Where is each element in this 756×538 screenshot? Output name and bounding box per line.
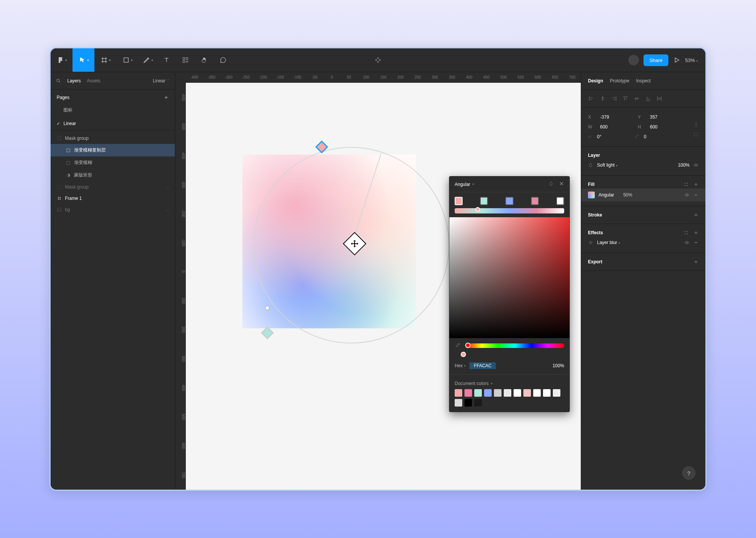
page-item[interactable]: Linear xyxy=(51,117,175,130)
document-color-swatch[interactable] xyxy=(523,389,531,397)
share-button[interactable]: Share xyxy=(643,54,669,66)
align-vcenter-icon[interactable] xyxy=(633,95,640,102)
document-color-swatch[interactable] xyxy=(464,389,472,397)
file-name-dropdown[interactable]: Linear ⌃ xyxy=(153,78,170,83)
present-button[interactable] xyxy=(673,56,680,64)
add-stroke-icon[interactable] xyxy=(693,212,699,218)
style-icon[interactable] xyxy=(683,230,689,235)
resources-tool[interactable] xyxy=(176,48,195,72)
fill-row[interactable]: Angular 50% xyxy=(581,189,705,201)
close-button[interactable] xyxy=(559,181,564,187)
gradient-stop-knob[interactable] xyxy=(475,207,480,212)
eyedropper-icon[interactable] xyxy=(455,343,461,349)
gradient-center-handle[interactable] xyxy=(265,306,270,310)
page-item[interactable]: 图标 xyxy=(51,103,175,117)
gradient-stop-swatch[interactable] xyxy=(531,197,539,205)
gradient-preview-bar[interactable] xyxy=(455,208,564,213)
document-colors-dropdown[interactable]: Document colors▾ xyxy=(455,381,564,389)
document-color-swatch[interactable] xyxy=(455,389,462,397)
effect-settings-icon[interactable] xyxy=(588,240,593,245)
constrain-proportions-icon[interactable] xyxy=(693,122,699,127)
layer-mask-group-2[interactable]: Mask group xyxy=(51,181,175,193)
document-color-swatch[interactable] xyxy=(504,389,511,397)
hidden-icon[interactable] xyxy=(165,184,170,190)
document-color-swatch[interactable] xyxy=(533,389,541,397)
document-color-swatch[interactable] xyxy=(543,389,551,397)
add-export-icon[interactable] xyxy=(693,259,699,264)
opacity-value[interactable]: 100% xyxy=(552,363,564,368)
fill-swatch[interactable] xyxy=(588,192,595,198)
layer-mask-group[interactable]: Mask group xyxy=(51,133,175,144)
visibility-icon[interactable] xyxy=(693,162,699,168)
document-color-swatch[interactable] xyxy=(474,389,482,397)
gradient-stop-swatch[interactable] xyxy=(505,197,513,205)
remove-effect-icon[interactable] xyxy=(693,240,699,245)
document-color-swatch[interactable] xyxy=(553,389,560,397)
blend-mode-icon[interactable] xyxy=(548,181,554,186)
pen-tool[interactable]: ▾ xyxy=(138,48,157,72)
blend-mode-select[interactable]: Soft light ▾ xyxy=(597,162,617,168)
document-title-area[interactable] xyxy=(374,56,382,64)
tab-inspect[interactable]: Inspect xyxy=(636,78,651,83)
document-color-swatch[interactable] xyxy=(514,389,521,397)
hidden-icon[interactable] xyxy=(165,207,170,212)
move-tool[interactable]: ▾ xyxy=(73,48,94,72)
corner-input[interactable] xyxy=(644,134,667,139)
visibility-icon[interactable] xyxy=(684,240,690,245)
color-mode-dropdown[interactable]: Hex▾ xyxy=(455,363,466,368)
align-top-icon[interactable] xyxy=(622,95,629,102)
hue-slider[interactable] xyxy=(465,343,564,348)
document-color-swatch[interactable] xyxy=(494,389,501,397)
document-color-swatch[interactable] xyxy=(474,399,482,407)
distribute-icon[interactable] xyxy=(656,95,663,102)
text-tool[interactable] xyxy=(157,48,176,72)
zoom-dropdown[interactable]: 53% ▾ xyxy=(685,57,698,63)
layer-opacity-value[interactable]: 100% xyxy=(678,162,690,168)
gradient-stop-swatch[interactable] xyxy=(480,197,488,205)
document-color-swatch[interactable] xyxy=(455,399,462,407)
align-bottom-icon[interactable] xyxy=(645,95,651,102)
align-hcenter-icon[interactable] xyxy=(599,95,606,102)
frame-tool[interactable]: ▾ xyxy=(94,48,116,72)
document-color-swatch[interactable] xyxy=(464,399,472,407)
layers-tab[interactable]: Layers xyxy=(67,78,81,83)
document-color-swatch[interactable] xyxy=(484,389,492,397)
gradient-stop-swatch[interactable] xyxy=(556,197,564,205)
shape-tool[interactable]: ▾ xyxy=(116,48,138,72)
saturation-value-picker[interactable] xyxy=(449,217,569,338)
add-page-button[interactable] xyxy=(164,95,169,100)
tab-prototype[interactable]: Prototype xyxy=(610,78,629,83)
add-fill-icon[interactable] xyxy=(693,182,699,187)
comment-tool[interactable] xyxy=(214,48,233,72)
style-icon[interactable] xyxy=(683,182,689,187)
hex-input[interactable] xyxy=(469,362,496,369)
layer-mask-rect[interactable]: 蒙版矩形 xyxy=(51,169,175,181)
user-avatar[interactable] xyxy=(628,55,639,65)
alpha-knob[interactable] xyxy=(461,352,466,357)
w-input[interactable] xyxy=(600,124,623,130)
remove-fill-icon[interactable] xyxy=(693,192,699,198)
independent-corners-icon[interactable] xyxy=(693,132,699,137)
rotation-input[interactable] xyxy=(597,134,620,139)
y-input[interactable] xyxy=(650,114,673,120)
gradient-type-dropdown[interactable]: Angular▾ xyxy=(455,182,474,187)
align-right-icon[interactable] xyxy=(611,95,617,102)
add-effect-icon[interactable] xyxy=(693,230,699,235)
hue-knob[interactable] xyxy=(465,343,471,348)
figma-menu-button[interactable]: ▾ xyxy=(51,48,73,72)
hand-tool[interactable] xyxy=(195,48,214,72)
h-input[interactable] xyxy=(650,124,673,130)
x-input[interactable] xyxy=(600,114,623,120)
gradient-stop-swatch[interactable] xyxy=(455,197,463,205)
layer-frame1[interactable]: Frame 1 xyxy=(51,193,175,204)
assets-tab[interactable]: Assets xyxy=(87,78,100,83)
layer-blur-copy[interactable]: 渐变模糊复制层 xyxy=(51,144,175,156)
align-left-icon[interactable] xyxy=(588,95,595,102)
fill-opacity-value[interactable]: 50% xyxy=(623,192,632,198)
visibility-icon[interactable] xyxy=(684,192,690,198)
layer-bg[interactable]: bg xyxy=(51,204,175,215)
layer-blur[interactable]: 渐变模糊 xyxy=(51,156,175,169)
search-icon[interactable] xyxy=(56,78,61,83)
effect-type-select[interactable]: Layer blur ▾ xyxy=(597,240,620,245)
tab-design[interactable]: Design xyxy=(588,78,603,83)
